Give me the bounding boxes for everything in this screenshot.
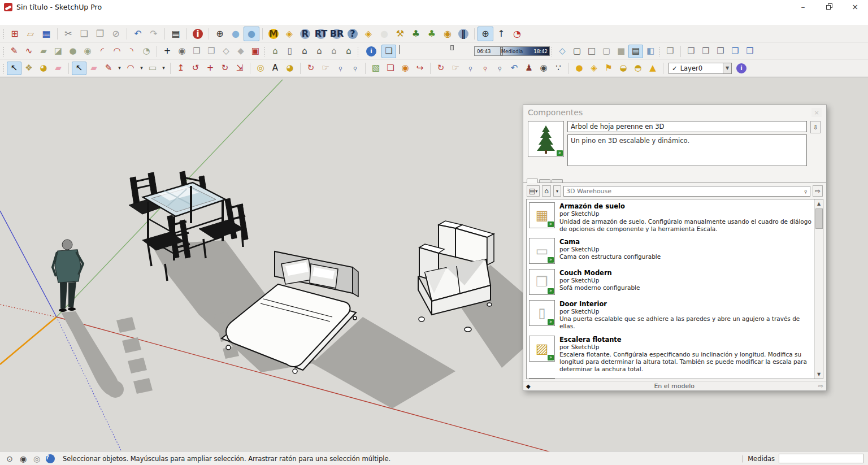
view-top-button[interactable]: ▯	[283, 45, 297, 58]
status-orient-icon[interactable]: ◉	[18, 454, 28, 464]
target-tool-button[interactable]: ◉	[440, 27, 455, 41]
make-component-button[interactable]: ❖	[21, 62, 36, 75]
component-item-escalera[interactable]: ▨ » Escalera flotante por SketchUp Escal…	[529, 336, 812, 373]
outer-shell-button[interactable]: ❒	[663, 45, 678, 58]
polygon-tool-button[interactable]: ◉	[80, 45, 95, 58]
move-button[interactable]: +	[203, 62, 218, 75]
paste-button[interactable]: ❐	[92, 27, 108, 41]
restore-button[interactable]	[816, 0, 842, 14]
freehand-tool-button[interactable]: ∿	[21, 45, 36, 58]
camera-pair-alt-button[interactable]: ❒	[204, 45, 219, 58]
zoom-extents-2-button[interactable]: ⌕	[492, 62, 507, 75]
walk-button[interactable]: ∵	[551, 62, 566, 75]
status-geo-icon[interactable]: ⊙	[5, 454, 15, 464]
solid-trim-button[interactable]: ❒	[728, 45, 743, 58]
line-tool-2-button[interactable]: ✎	[101, 62, 116, 75]
shadow-toggle-button[interactable]: ❏	[381, 45, 396, 58]
arc-tool-dropdown[interactable]: ▾	[138, 62, 145, 75]
rotated-rectangle-tool-button[interactable]: ◪	[51, 45, 66, 58]
minimize-button[interactable]: –	[790, 0, 816, 14]
solid-split-button[interactable]: ❒	[743, 45, 757, 58]
pan-button[interactable]: ☞	[318, 62, 333, 75]
look-around-button[interactable]: ◉	[536, 62, 551, 75]
badge-br-button[interactable]: BR	[329, 27, 345, 41]
component-list-scrollbar[interactable]: ▲ ▼	[814, 199, 823, 379]
pause-tool-button[interactable]: ‖	[455, 27, 471, 41]
sandbox-drape-button[interactable]: ◓	[631, 62, 645, 75]
tape-measure-button[interactable]: ◎	[253, 62, 268, 75]
layer-dropdown[interactable]: ✓ Layer0 ▼	[669, 63, 732, 74]
paint-bucket-2-button[interactable]: ◕	[283, 62, 297, 75]
follow-me-button[interactable]: ↺	[188, 62, 203, 75]
open-button[interactable]: ▱	[23, 27, 38, 41]
zoom-button[interactable]: ⌕	[333, 62, 348, 75]
sandbox-from-scratch-button[interactable]: ◈	[587, 62, 601, 75]
component-item-cama[interactable]: ▭ » Cama por SketchUp Cama con estructur…	[529, 238, 812, 264]
zoom-extents-button[interactable]: ⌕	[348, 62, 362, 75]
pan-2-button[interactable]: ☞	[448, 62, 463, 75]
solid-subtract-button[interactable]: ❒	[713, 45, 728, 58]
rotate-button[interactable]: ↻	[218, 62, 232, 75]
style-shaded-button[interactable]: ■	[614, 45, 628, 58]
view-front-button[interactable]: ⌂	[297, 45, 312, 58]
position-camera-button[interactable]: ♟	[522, 62, 536, 75]
zoom-window-button[interactable]: ⌕	[478, 62, 492, 75]
sandbox-smoove-button[interactable]: ⚑	[601, 62, 616, 75]
sandbox-from-contours-button[interactable]: ●	[572, 62, 587, 75]
tag-o-button[interactable]: ◈	[281, 27, 297, 41]
view-right-button[interactable]: ⌂	[341, 45, 356, 58]
solid-intersect-button[interactable]: ❒	[684, 45, 698, 58]
new-button[interactable]: ⊞	[7, 27, 23, 41]
scrollbar-thumb[interactable]	[815, 208, 823, 229]
pie-tool-button[interactable]: ◔	[139, 45, 154, 58]
frustum-faces-button[interactable]: ◆	[233, 45, 248, 58]
compass-tool-button[interactable]: ⊕	[212, 27, 228, 41]
arc-tool-button[interactable]: ◜	[95, 45, 110, 58]
create-camera-button[interactable]: +	[160, 45, 175, 58]
person-figure[interactable]	[53, 240, 83, 312]
tag-e-button[interactable]: ◈	[361, 27, 376, 41]
paint-bucket-button[interactable]: ◕	[36, 62, 51, 75]
delete-button[interactable]: ⊘	[108, 27, 124, 41]
rectangle-tool-dropdown[interactable]: ▾	[160, 62, 167, 75]
text-tool-button[interactable]: A	[268, 62, 283, 75]
badge-help-button[interactable]: ?	[345, 27, 361, 41]
redo-button[interactable]: ↷	[146, 27, 162, 41]
solar-north-toggle-button[interactable]: ⊕	[478, 27, 493, 41]
rectangle-tool-button[interactable]: ▰	[36, 45, 51, 58]
select-tool-button[interactable]: ↖	[7, 62, 21, 75]
save-button[interactable]: ▦	[38, 27, 54, 41]
models-3d-button[interactable]: ◉	[398, 62, 413, 75]
style-back-edges-button[interactable]: ▢	[570, 45, 584, 58]
frustum-lines-button[interactable]: ◇	[219, 45, 233, 58]
solid-union-button[interactable]: ❒	[698, 45, 713, 58]
model-info-button[interactable]: i	[190, 27, 206, 41]
component-item-armazon[interactable]: ▦ » Armazón de suelo por SketchUp Unidad…	[529, 202, 812, 233]
view-iso-button[interactable]: ⌂	[268, 45, 283, 58]
eraser-button[interactable]: ▰	[51, 62, 66, 75]
solar-north-set-button[interactable]: ↑	[493, 27, 509, 41]
sandbox-add-detail-button[interactable]: ▲	[645, 62, 660, 75]
shadow-date-slider[interactable]	[399, 46, 471, 57]
style-xray-button[interactable]: ◇	[555, 45, 570, 58]
film-target-button[interactable]: ▣	[248, 45, 263, 58]
zoom-2-button[interactable]: ⌕	[463, 62, 478, 75]
style-shaded-textures-button[interactable]: ▤	[628, 45, 643, 58]
component-name-field[interactable]	[567, 121, 807, 132]
rectangle-tool-2-button[interactable]: ▭	[145, 62, 160, 75]
tree-tool-alt-button[interactable]: ♣	[424, 27, 440, 41]
line-tool-dropdown[interactable]: ▾	[116, 62, 123, 75]
solar-north-angle-button[interactable]: ◔	[509, 27, 525, 41]
search-input[interactable]	[566, 188, 804, 195]
select-tool-2-button[interactable]: ↖	[72, 62, 86, 75]
push-pull-button[interactable]: ↥	[173, 62, 188, 75]
footer-forward-icon[interactable]: ⇨	[818, 383, 823, 390]
components-panel-titlebar[interactable]: Componentes ×	[523, 105, 826, 120]
style-wireframe-button[interactable]: □	[584, 45, 599, 58]
tab-estadisticas[interactable]	[552, 179, 563, 182]
badge-r-button[interactable]: R	[297, 27, 313, 41]
help-button[interactable]: ?	[45, 454, 55, 464]
components-panel-close-button[interactable]: ×	[811, 108, 822, 117]
arc-tool-2-button[interactable]: ◠	[123, 62, 138, 75]
photo-textures-button[interactable]: ❏	[383, 62, 398, 75]
